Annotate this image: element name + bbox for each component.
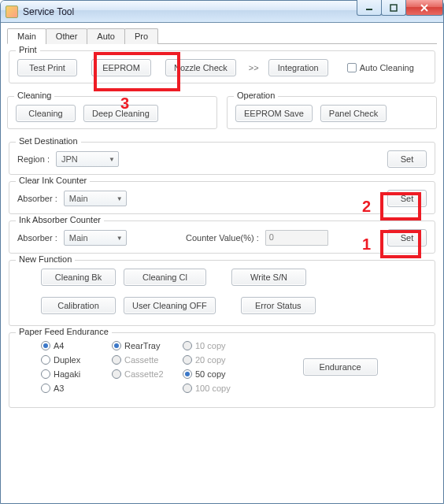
new-function-legend: New Function <box>16 254 75 264</box>
region-label: Region : <box>17 154 50 164</box>
radio-a4[interactable]: A4 <box>41 341 112 350</box>
pf-source-column: RearTray Cassette Cassette2 <box>112 341 183 393</box>
radio-duplex[interactable]: Duplex <box>41 355 112 365</box>
counter-value-label: Counter Value(%) : <box>186 233 259 243</box>
chevron-down-icon: ▼ <box>109 156 115 163</box>
clear-absorber-value: Main <box>69 194 88 203</box>
tab-auto[interactable]: Auto <box>87 28 125 44</box>
set-destination-legend: Set Destination <box>16 136 81 146</box>
radio-100copy[interactable]: 100 copy <box>183 384 253 393</box>
svg-rect-1 <box>390 5 397 11</box>
radio-reartray[interactable]: RearTray <box>112 341 183 350</box>
pf-copy-column: 10 copy 20 copy 50 copy 100 copy <box>183 341 253 393</box>
titlebar[interactable]: Service Tool <box>1 1 443 23</box>
absorber-label: Absorber : <box>17 233 57 243</box>
cleaning-legend: Cleaning <box>14 91 54 100</box>
auto-cleaning-label: Auto Cleaning <box>360 63 414 72</box>
ink-absorber-legend: Ink Absorber Counter <box>16 215 104 224</box>
pf-size-column: A4 Duplex Hagaki A3 <box>41 341 112 393</box>
eeprom-button[interactable]: EEPROM <box>91 59 151 76</box>
clear-absorber-label: Absorber : <box>17 194 57 203</box>
window-title: Service Tool <box>23 6 74 17</box>
tab-pro[interactable]: Pro <box>124 28 158 44</box>
endurance-button[interactable]: Endurance <box>303 358 378 376</box>
paper-feed-group: Paper Feed Endurance A4 Duplex Hagaki A3… <box>9 332 435 408</box>
write-sn-button[interactable]: Write S/N <box>231 269 306 286</box>
cleaning-group: Cleaning Cleaning Deep Cleaning <box>7 96 217 129</box>
radio-a3[interactable]: A3 <box>41 384 112 393</box>
tab-strip: Main Other Auto Pro <box>7 28 437 44</box>
radio-50copy[interactable]: 50 copy <box>183 369 253 379</box>
client-area: Main Other Auto Pro Print Test Print EEP… <box>1 23 443 503</box>
chevron-down-icon: ▼ <box>117 235 123 242</box>
operation-legend: Operation <box>234 91 278 100</box>
minimize-button[interactable] <box>357 0 382 16</box>
counter-value-field[interactable]: 0 <box>265 230 328 246</box>
clear-absorber-select[interactable]: Main ▼ <box>64 191 127 206</box>
ink-absorber-set-button[interactable]: Set <box>387 229 427 246</box>
calibration-button[interactable]: Calibration <box>41 297 116 314</box>
close-button[interactable] <box>405 0 443 16</box>
absorber-value: Main <box>69 233 88 243</box>
tab-main[interactable]: Main <box>7 28 46 44</box>
clear-ink-group: Clear Ink Counter Absorber : Main ▼ Set <box>9 181 435 214</box>
radio-cassette2[interactable]: Cassette2 <box>112 369 183 379</box>
new-function-group: New Function Cleaning Bk Cleaning Cl Wri… <box>9 260 435 326</box>
absorber-select[interactable]: Main ▼ <box>64 230 127 246</box>
cleaning-bk-button[interactable]: Cleaning Bk <box>41 269 116 286</box>
cleaning-button[interactable]: Cleaning <box>16 105 76 122</box>
radio-10copy[interactable]: 10 copy <box>183 341 253 350</box>
deep-cleaning-button[interactable]: Deep Cleaning <box>83 105 158 122</box>
radio-20copy[interactable]: 20 copy <box>183 355 253 365</box>
radio-hagaki[interactable]: Hagaki <box>41 369 112 379</box>
panel-check-button[interactable]: Panel Check <box>320 105 387 122</box>
clear-ink-legend: Clear Ink Counter <box>16 176 90 185</box>
chevron-down-icon: ▼ <box>117 195 123 202</box>
set-destination-group: Set Destination Region : JPN ▼ Set <box>9 142 435 175</box>
app-window: Service Tool Main Other Auto Pro Print T… <box>0 0 444 504</box>
tab-other[interactable]: Other <box>46 28 88 44</box>
ink-absorber-group: Ink Absorber Counter Absorber : Main ▼ C… <box>9 220 435 254</box>
radio-cassette[interactable]: Cassette <box>112 355 183 365</box>
integration-button[interactable]: Integration <box>268 59 328 76</box>
cleaning-cl-button[interactable]: Cleaning Cl <box>124 269 206 286</box>
print-group: Print Test Print EEPROM Nozzle Check >> … <box>9 50 435 83</box>
eeprom-save-button[interactable]: EEPROM Save <box>235 105 313 122</box>
operation-group: Operation EEPROM Save Panel Check <box>227 96 437 129</box>
region-select[interactable]: JPN ▼ <box>56 151 119 167</box>
more-arrow-icon: >> <box>249 63 259 72</box>
maximize-button[interactable] <box>381 0 406 16</box>
paper-feed-legend: Paper Feed Endurance <box>16 327 112 336</box>
error-status-button[interactable]: Error Status <box>241 297 316 314</box>
app-icon <box>6 6 18 18</box>
checkbox-icon <box>347 63 357 72</box>
test-print-button[interactable]: Test Print <box>17 59 77 76</box>
auto-cleaning-checkbox[interactable]: Auto Cleaning <box>347 63 414 72</box>
nozzle-check-button[interactable]: Nozzle Check <box>165 59 236 76</box>
region-set-button[interactable]: Set <box>387 150 427 168</box>
region-value: JPN <box>61 154 78 164</box>
print-legend: Print <box>16 45 40 54</box>
clear-ink-set-button[interactable]: Set <box>387 190 427 207</box>
user-cleaning-off-button[interactable]: User Cleaning OFF <box>124 297 216 314</box>
